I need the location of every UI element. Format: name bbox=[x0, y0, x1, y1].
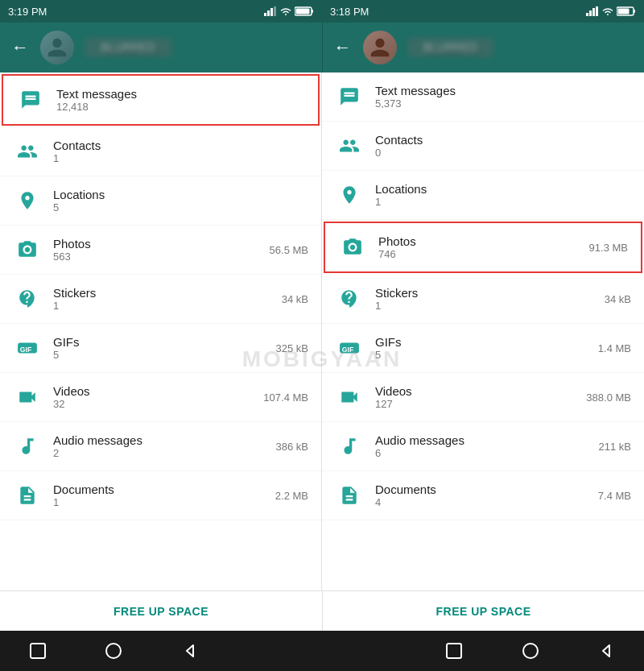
right-panel: Text messages 5,373 Contacts 0 Locations… bbox=[322, 72, 644, 590]
avatar-image-left bbox=[40, 31, 74, 64]
item-size-audio: 386 kB bbox=[276, 441, 308, 453]
item-icon-documents bbox=[13, 481, 42, 510]
nav-home[interactable] bbox=[89, 635, 138, 667]
bottom-right: FREE UP SPACE bbox=[322, 591, 644, 631]
item-count-contacts: 1 bbox=[53, 152, 308, 164]
item-size-videos: 107.4 MB bbox=[263, 391, 308, 404]
nav-home-r[interactable] bbox=[506, 635, 555, 667]
svg-text:GIF: GIF bbox=[20, 346, 31, 354]
list-item-locations[interactable]: Locations 1 bbox=[322, 171, 644, 220]
nav-recent-apps-r[interactable] bbox=[430, 635, 478, 667]
square-icon-r bbox=[445, 642, 463, 660]
svg-rect-6 bbox=[296, 9, 310, 14]
svg-point-19 bbox=[106, 644, 121, 658]
item-count-text-messages: 5,373 bbox=[375, 97, 631, 110]
item-icon-gifs: GIF bbox=[13, 333, 42, 362]
item-icon-text-messages bbox=[335, 82, 364, 111]
item-count-gifs: 5 bbox=[375, 349, 598, 361]
item-size-photos: 56.5 MB bbox=[270, 244, 308, 256]
nav-back-right[interactable] bbox=[582, 635, 630, 667]
svg-rect-21 bbox=[447, 644, 461, 658]
list-item-videos[interactable]: Videos 32 107.4 MB bbox=[0, 373, 321, 422]
item-icon-videos bbox=[13, 383, 42, 412]
back-button-right[interactable]: ← bbox=[334, 37, 352, 58]
circle-icon-r bbox=[522, 642, 539, 660]
free-up-button-left[interactable]: FREE UP SPACE bbox=[114, 605, 208, 618]
list-item-documents[interactable]: Documents 1 2.2 MB bbox=[0, 471, 321, 520]
nav-back-left[interactable] bbox=[166, 635, 214, 667]
header-left: ← BLURRED bbox=[0, 23, 322, 72]
item-count-contacts: 0 bbox=[375, 147, 631, 159]
list-item-photos[interactable]: Photos 746 91.3 MB bbox=[324, 222, 642, 273]
list-item-contacts[interactable]: Contacts 0 bbox=[322, 122, 644, 171]
triangle-icon-right bbox=[597, 642, 615, 660]
item-icon-documents bbox=[335, 481, 364, 510]
avatar-image-right bbox=[363, 31, 397, 64]
triangle-icon-left bbox=[181, 642, 199, 660]
item-name-locations: Locations bbox=[375, 182, 631, 196]
avatar-left bbox=[40, 31, 74, 64]
square-icon bbox=[29, 642, 47, 660]
item-count-audio: 6 bbox=[375, 447, 599, 459]
item-name-stickers: Stickers bbox=[53, 286, 282, 300]
list-item-text-messages[interactable]: Text messages 5,373 bbox=[322, 72, 644, 122]
svg-rect-12 bbox=[634, 10, 635, 13]
svg-rect-1 bbox=[267, 10, 270, 16]
item-size-stickers: 34 kB bbox=[282, 293, 308, 305]
item-count-photos: 746 bbox=[378, 248, 589, 260]
svg-point-22 bbox=[523, 644, 538, 658]
svg-rect-9 bbox=[592, 8, 595, 16]
item-name-locations: Locations bbox=[53, 188, 308, 201]
item-name-documents: Documents bbox=[53, 483, 275, 496]
signal-icon bbox=[264, 6, 277, 16]
wifi-icon-r bbox=[602, 6, 613, 16]
bottom-left: FREE UP SPACE bbox=[0, 591, 322, 631]
item-count-documents: 1 bbox=[53, 496, 275, 508]
time-left: 3:19 PM bbox=[8, 6, 47, 18]
list-item-gifs[interactable]: GIF GIFs 5 325 kB bbox=[0, 324, 321, 373]
svg-rect-5 bbox=[312, 10, 313, 13]
list-item-audio[interactable]: Audio messages 6 211 kB bbox=[322, 422, 644, 471]
svg-rect-2 bbox=[270, 8, 273, 16]
svg-rect-7 bbox=[586, 13, 588, 16]
item-icon-contacts bbox=[13, 137, 42, 166]
header-right: ← BLURRED bbox=[323, 23, 645, 72]
free-up-button-right[interactable]: FREE UP SPACE bbox=[436, 605, 530, 618]
item-name-audio: Audio messages bbox=[53, 433, 276, 447]
nav-recent-apps[interactable] bbox=[14, 635, 62, 667]
list-item-gifs[interactable]: GIF GIFs 5 1.4 MB bbox=[322, 324, 644, 373]
item-count-gifs: 5 bbox=[53, 349, 276, 361]
list-item-photos[interactable]: Photos 563 56.5 MB bbox=[0, 226, 321, 275]
status-bar-right: 3:18 PM bbox=[322, 0, 644, 23]
list-item-documents[interactable]: Documents 4 7.4 MB bbox=[322, 471, 644, 520]
item-size-gifs: 325 kB bbox=[276, 342, 308, 354]
item-icon-contacts bbox=[335, 131, 364, 160]
list-item-stickers[interactable]: Stickers 1 34 kB bbox=[322, 275, 644, 324]
item-size-videos: 388.0 MB bbox=[586, 391, 631, 404]
item-count-stickers: 1 bbox=[375, 300, 605, 312]
status-icons-left bbox=[264, 6, 314, 16]
item-name-contacts: Contacts bbox=[53, 139, 308, 152]
svg-text:GIF: GIF bbox=[342, 346, 353, 354]
item-name-videos: Videos bbox=[53, 384, 263, 398]
list-item-locations[interactable]: Locations 5 bbox=[0, 176, 321, 226]
svg-rect-0 bbox=[264, 13, 266, 16]
list-item-audio[interactable]: Audio messages 2 386 kB bbox=[0, 422, 321, 471]
status-bar-container: 3:19 PM 3:18 PM bbox=[0, 0, 644, 23]
item-size-documents: 2.2 MB bbox=[275, 490, 308, 502]
svg-rect-18 bbox=[31, 644, 45, 658]
item-name-text-messages: Text messages bbox=[375, 84, 631, 97]
svg-rect-3 bbox=[274, 6, 276, 16]
item-icon-text-messages bbox=[16, 85, 45, 114]
list-item-stickers[interactable]: Stickers 1 34 kB bbox=[0, 275, 321, 324]
item-count-audio: 2 bbox=[53, 447, 276, 459]
list-item-text-messages[interactable]: Text messages 12,418 bbox=[2, 74, 320, 126]
wifi-icon bbox=[280, 6, 291, 16]
list-item-videos[interactable]: Videos 127 388.0 MB bbox=[322, 373, 644, 422]
circle-icon bbox=[105, 642, 122, 660]
list-item-contacts[interactable]: Contacts 1 bbox=[0, 127, 321, 176]
item-count-stickers: 1 bbox=[53, 300, 282, 312]
item-count-locations: 1 bbox=[375, 196, 631, 208]
signal-icon-r bbox=[586, 6, 599, 16]
back-button-left[interactable]: ← bbox=[11, 37, 29, 58]
